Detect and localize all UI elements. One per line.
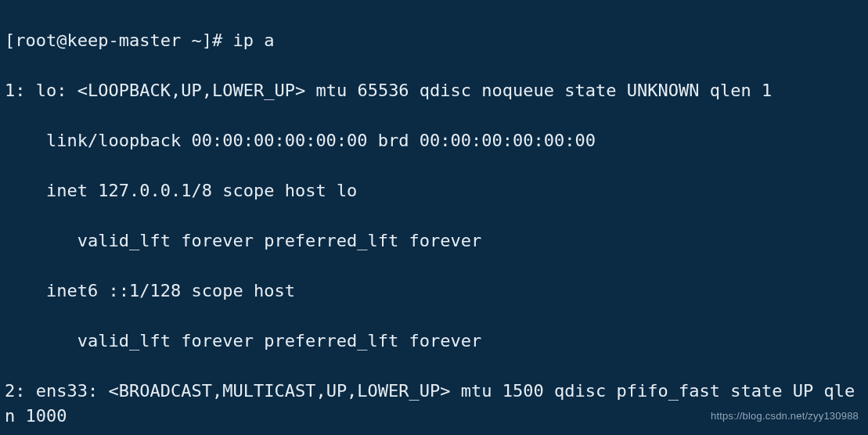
watermark-text: https://blog.csdn.net/zyy130988 [711, 404, 859, 429]
if-link-lo: link/loopback 00:00:00:00:00:00 brd 00:0… [5, 128, 863, 153]
if-inet-lo: inet 127.0.0.1/8 scope host lo [5, 178, 863, 203]
prompt-line: [root@keep-master ~]# ip a [5, 28, 863, 53]
if-inet6-lft-lo: valid_lft forever preferred_lft forever [5, 329, 863, 354]
if-inet6-lo: inet6 ::1/128 scope host [5, 279, 863, 304]
if-header-lo: 1: lo: <LOOPBACK,UP,LOWER_UP> mtu 65536 … [5, 78, 863, 103]
if-inet-lft-lo: valid_lft forever preferred_lft forever [5, 228, 863, 253]
terminal-output[interactable]: [root@keep-master ~]# ip a 1: lo: <LOOPB… [0, 0, 868, 435]
typed-command: ip a [232, 31, 274, 50]
prompt-user: root [15, 31, 56, 50]
prompt-cwd: ~ [191, 31, 201, 50]
prompt-host: keep-master [67, 31, 181, 50]
prompt-symbol: # [212, 31, 222, 50]
